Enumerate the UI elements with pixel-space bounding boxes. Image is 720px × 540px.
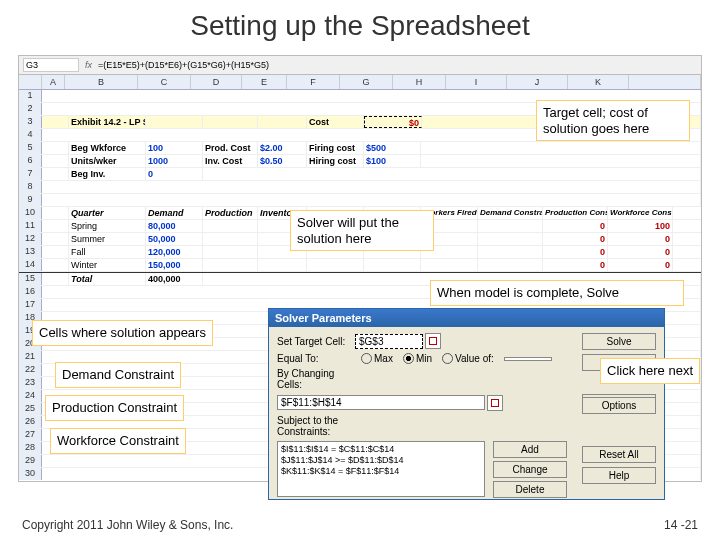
- changing-cells-input[interactable]: $F$11:$H$14: [277, 395, 485, 410]
- slide-title: Setting up the Spreadsheet: [0, 10, 720, 42]
- constraints-list[interactable]: $I$11:$I$14 = $C$11:$C$14 $J$11:$J$14 >=…: [277, 441, 485, 497]
- formula-text: =(E15*E5)+(D15*E6)+(G15*G6)+(H15*G5): [98, 60, 269, 70]
- change-button[interactable]: Change: [493, 461, 567, 478]
- callout-workforce-constraint: Workforce Constraint: [50, 428, 186, 454]
- callout-click-next: Click here next: [600, 358, 700, 384]
- target-cell: $0: [364, 116, 422, 128]
- callout-when-complete: When model is complete, Solve: [430, 280, 684, 306]
- radio-max[interactable]: Max: [361, 353, 393, 364]
- callout-target-cell: Target cell; cost of solution goes here: [536, 100, 690, 141]
- options-button[interactable]: Options: [582, 397, 656, 414]
- label-subject-to: Subject to the Constraints:: [277, 415, 355, 437]
- add-button[interactable]: Add: [493, 441, 567, 458]
- target-cell-input[interactable]: $G$3: [355, 334, 423, 349]
- ref-picker-icon[interactable]: [487, 395, 503, 411]
- page-number: 14 -21: [664, 518, 698, 532]
- column-headers: A B C D E F G H I J K: [19, 75, 701, 90]
- callout-production-constraint: Production Constraint: [45, 395, 184, 421]
- solve-button[interactable]: Solve: [582, 333, 656, 350]
- radio-min[interactable]: Min: [403, 353, 432, 364]
- dialog-title: Solver Parameters: [269, 309, 664, 327]
- callout-cells-solution: Cells where solution appears: [32, 320, 213, 346]
- radio-value-of[interactable]: Value of:: [442, 353, 494, 364]
- reset-button[interactable]: Reset All: [582, 446, 656, 463]
- label-set-target: Set Target Cell:: [277, 336, 355, 347]
- label-by-changing: By Changing Cells:: [277, 368, 355, 390]
- formula-bar: G3 fx =(E15*E5)+(D15*E6)+(G15*G6)+(H15*G…: [19, 56, 701, 75]
- callout-solver-solution: Solver will put the solution here: [290, 210, 434, 251]
- fx-label: fx: [85, 60, 92, 70]
- copyright-text: Copyright 2011 John Wiley & Sons, Inc.: [22, 518, 233, 532]
- solver-dialog: Solver Parameters Set Target Cell: $G$3 …: [268, 308, 665, 500]
- ref-picker-icon[interactable]: [425, 333, 441, 349]
- label-equal-to: Equal To:: [277, 353, 355, 364]
- help-button[interactable]: Help: [582, 467, 656, 484]
- delete-button[interactable]: Delete: [493, 481, 567, 498]
- value-of-input[interactable]: [504, 357, 552, 361]
- callout-demand-constraint: Demand Constraint: [55, 362, 181, 388]
- name-box[interactable]: G3: [23, 58, 79, 72]
